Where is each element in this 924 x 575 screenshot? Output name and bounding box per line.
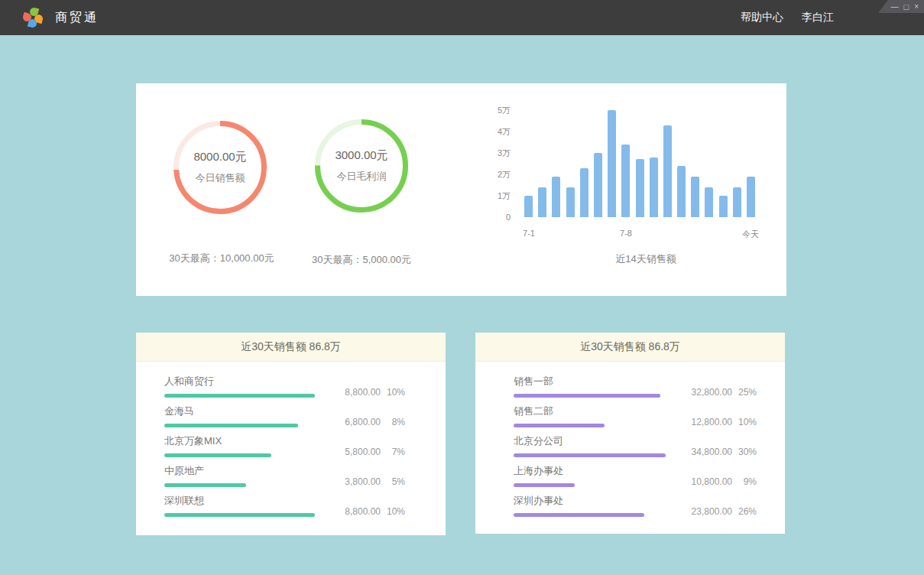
x-tick-label: 7-8	[620, 229, 632, 238]
list-row: 销售一部32,800.0025%	[514, 375, 757, 398]
row-label: 销售二部	[514, 405, 671, 417]
row-progress-bar	[514, 453, 666, 457]
customers-rows: 人和商贸行8,800.0010%金海马6,800.008%北京万象MIX5,80…	[136, 362, 446, 517]
row-left: 销售一部	[514, 375, 671, 398]
row-progress-bar	[514, 394, 660, 398]
customers-card-header: 近30天销售额 86.8万	[136, 333, 446, 362]
row-left: 北京分公司	[514, 435, 671, 457]
today-profit-value: 3000.00元	[335, 148, 387, 163]
row-percent: 9%	[732, 476, 757, 487]
row-numbers: 32,800.0025%	[671, 387, 757, 398]
app-title: 商贸通	[55, 10, 99, 26]
row-numbers: 34,800.0030%	[671, 447, 757, 457]
row-percent: 5%	[381, 476, 405, 487]
row-value: 10,800.00	[671, 476, 732, 487]
row-progress-bar	[164, 513, 315, 517]
row-label: 深圳联想	[164, 495, 319, 507]
row-progress-bar	[514, 424, 605, 427]
list-row: 北京万象MIX5,800.007%	[164, 435, 405, 457]
bar	[580, 168, 588, 217]
row-percent: 10%	[381, 506, 405, 517]
list-row: 上海办事处10,800.009%	[514, 465, 757, 487]
help-center-link[interactable]: 帮助中心	[741, 11, 783, 24]
row-left: 销售二部	[514, 405, 671, 427]
row-label: 中原地产	[164, 465, 319, 477]
donut-center-text: 8000.00元 今日销售额	[167, 114, 274, 221]
row-progress-bar	[514, 513, 644, 517]
row-numbers: 8,800.0010%	[319, 387, 405, 398]
row-numbers: 8,800.0010%	[319, 506, 405, 517]
row-label: 北京分公司	[514, 435, 671, 447]
row-left: 上海办事处	[514, 465, 671, 487]
row-numbers: 12,800.0010%	[671, 417, 757, 427]
close-icon[interactable]: ×	[914, 1, 919, 13]
bar	[677, 166, 686, 217]
row-label: 北京万象MIX	[164, 435, 319, 447]
today-sales-caption: 今日销售额	[196, 171, 245, 185]
y-tick-label: 2万	[498, 169, 511, 180]
y-tick-label: 1万	[498, 190, 511, 201]
sales-30day-max-note: 30天最高：10,000.00元	[169, 252, 274, 265]
bar-chart-y-axis: 01万2万3万4万5万	[472, 110, 511, 217]
y-tick-label: 5万	[498, 105, 511, 115]
row-value: 8,800.00	[319, 506, 381, 517]
x-tick-label: 今天	[742, 229, 759, 240]
donut-center-text: 3000.00元 今日毛利润	[308, 112, 415, 219]
row-label: 金海马	[164, 405, 319, 417]
title-bar: 商贸通 帮助中心 李白江	[0, 0, 924, 35]
list-row: 北京分公司34,800.0030%	[514, 435, 757, 457]
y-tick-label: 4万	[498, 126, 511, 137]
list-row: 销售二部12,800.0010%	[514, 405, 757, 427]
y-tick-label: 3万	[498, 148, 511, 158]
row-numbers: 6,800.008%	[319, 417, 405, 427]
row-label: 销售一部	[514, 375, 671, 388]
today-sales-value: 8000.00元	[193, 150, 246, 164]
row-value: 6,800.00	[319, 417, 381, 427]
bar	[538, 187, 546, 217]
today-profit-caption: 今日毛利润	[337, 170, 387, 184]
row-percent: 30%	[732, 447, 757, 457]
bar	[719, 196, 728, 217]
list-row: 中原地产3,800.005%	[164, 465, 405, 487]
profit-30day-max-note: 30天最高：5,000.00元	[312, 253, 411, 267]
username-link[interactable]: 李白江	[802, 11, 834, 24]
row-value: 12,800.00	[671, 417, 732, 427]
maximize-icon[interactable]: □	[904, 1, 909, 13]
departments-rows: 销售一部32,800.0025%销售二部12,800.0010%北京分公司34,…	[475, 362, 785, 517]
bar	[733, 187, 741, 217]
departments-sales-card: 近30天销售额 86.8万 销售一部32,800.0025%销售二部12,800…	[475, 333, 785, 534]
row-percent: 25%	[732, 387, 757, 398]
row-progress-bar	[164, 453, 271, 457]
customers-card-title: 近30天销售额 86.8万	[241, 340, 341, 354]
bar	[594, 153, 602, 217]
bar	[650, 158, 658, 217]
row-percent: 10%	[381, 387, 405, 398]
overview-card: 8000.00元 今日销售额 3000.00元 今日毛利润 30天最高：10,0…	[136, 83, 786, 296]
bar	[621, 145, 630, 217]
row-value: 8,800.00	[319, 387, 381, 398]
bar	[747, 177, 755, 217]
x-tick-label: 7-1	[523, 229, 535, 238]
row-left: 人和商贸行	[164, 375, 319, 398]
bar	[524, 196, 533, 217]
bar-chart-title: 近14天销售额	[615, 252, 676, 266]
row-percent: 8%	[381, 417, 405, 427]
y-tick-label: 0	[506, 212, 511, 223]
bar-chart-bars	[524, 110, 755, 217]
bar	[636, 159, 644, 217]
minimize-icon[interactable]: —	[891, 1, 899, 13]
list-row: 深圳联想8,800.0010%	[164, 495, 405, 517]
row-percent: 7%	[381, 447, 405, 457]
row-progress-bar	[514, 483, 575, 487]
bar	[608, 110, 616, 217]
row-value: 3,800.00	[319, 476, 381, 487]
list-row: 深圳办事处23,800.0026%	[514, 495, 757, 517]
row-numbers: 10,800.009%	[671, 476, 757, 487]
row-left: 中原地产	[164, 465, 319, 487]
list-row: 金海马6,800.008%	[164, 405, 405, 427]
row-numbers: 23,800.0026%	[671, 506, 757, 517]
row-percent: 10%	[732, 417, 757, 427]
row-left: 北京万象MIX	[164, 435, 319, 457]
departments-card-title: 近30天销售额 86.8万	[580, 340, 680, 354]
row-value: 5,800.00	[319, 447, 381, 457]
